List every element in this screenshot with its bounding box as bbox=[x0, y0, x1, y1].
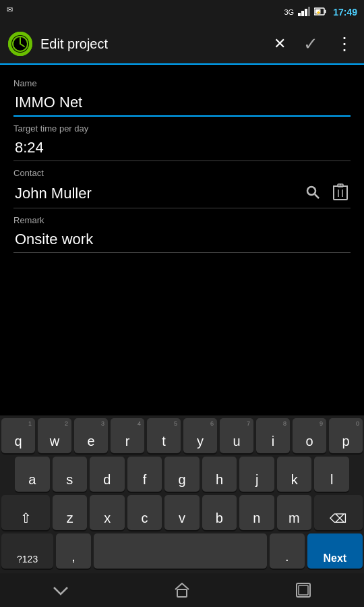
svg-line-14 bbox=[315, 194, 319, 198]
key-c[interactable]: c bbox=[127, 495, 162, 530]
key-t[interactable]: 5t bbox=[147, 418, 181, 453]
home-button[interactable] bbox=[155, 573, 209, 607]
target-input[interactable] bbox=[13, 136, 351, 161]
backspace-key[interactable]: ⌫ bbox=[314, 495, 363, 530]
back-button[interactable] bbox=[34, 573, 88, 607]
svg-rect-2 bbox=[305, 9, 307, 16]
signal-label: 3G bbox=[284, 8, 295, 16]
signal-bars bbox=[298, 7, 310, 18]
key-j[interactable]: j bbox=[239, 457, 274, 492]
key-o[interactable]: 9o bbox=[293, 418, 326, 453]
sym-key[interactable]: ?123 bbox=[1, 533, 53, 569]
space-key[interactable] bbox=[94, 533, 267, 569]
svg-rect-0 bbox=[298, 13, 301, 16]
close-button[interactable]: ✕ bbox=[271, 32, 289, 55]
contact-input[interactable] bbox=[13, 182, 302, 206]
key-i[interactable]: 8i bbox=[256, 418, 290, 453]
shift-key[interactable]: ⇧ bbox=[1, 495, 50, 530]
search-contact-button[interactable] bbox=[302, 181, 324, 207]
key-g[interactable]: g bbox=[164, 457, 200, 492]
nav-bar bbox=[0, 573, 364, 607]
svg-rect-3 bbox=[308, 7, 310, 16]
key-k[interactable]: k bbox=[277, 457, 312, 492]
keyboard-row-1: 1q 2w 3e 4r 5t 6y 7u 8i 9o 0p bbox=[1, 418, 363, 453]
key-v[interactable]: v bbox=[164, 495, 199, 530]
svg-rect-21 bbox=[177, 589, 187, 597]
key-b[interactable]: b bbox=[202, 495, 237, 530]
keyboard-row-4: ?123 , . Next bbox=[1, 533, 363, 569]
contact-icons bbox=[302, 181, 351, 208]
svg-text:⚡: ⚡ bbox=[315, 9, 322, 16]
key-n[interactable]: n bbox=[239, 495, 274, 530]
key-d[interactable]: d bbox=[90, 457, 125, 492]
svg-point-13 bbox=[307, 187, 315, 195]
app-logo bbox=[8, 32, 32, 56]
key-e[interactable]: 3e bbox=[74, 418, 108, 453]
keyboard: 1q 2w 3e 4r 5t 6y 7u 8i 9o 0p a s d f g … bbox=[0, 415, 364, 573]
key-r[interactable]: 4r bbox=[111, 418, 144, 453]
next-key[interactable]: Next bbox=[307, 533, 363, 569]
key-p[interactable]: 0p bbox=[329, 418, 363, 453]
svg-rect-23 bbox=[299, 585, 308, 595]
contact-label: Contact bbox=[13, 168, 351, 178]
comma-key[interactable]: , bbox=[56, 533, 90, 569]
remark-label: Remark bbox=[13, 215, 351, 225]
key-y[interactable]: 6y bbox=[183, 418, 217, 453]
key-m[interactable]: m bbox=[277, 495, 311, 530]
svg-rect-15 bbox=[334, 186, 347, 200]
key-w[interactable]: 2w bbox=[38, 418, 71, 453]
keyboard-row-2: a s d f g h j k l bbox=[1, 457, 363, 492]
period-key[interactable]: . bbox=[270, 533, 304, 569]
message-icon: ✉ bbox=[7, 5, 13, 14]
keyboard-row-3: ⇧ z x c v b n m ⌫ bbox=[1, 495, 363, 530]
key-h[interactable]: h bbox=[202, 457, 237, 492]
svg-rect-1 bbox=[301, 11, 304, 16]
svg-point-20 bbox=[340, 184, 341, 185]
name-input[interactable] bbox=[13, 91, 351, 117]
recent-button[interactable] bbox=[276, 573, 330, 607]
key-f[interactable]: f bbox=[127, 457, 162, 492]
key-x[interactable]: x bbox=[90, 495, 124, 530]
form-area: Name Target time per day Contact bbox=[0, 65, 364, 253]
confirm-button[interactable]: ✓ bbox=[301, 31, 321, 57]
name-label: Name bbox=[13, 78, 351, 88]
key-l[interactable]: l bbox=[314, 457, 349, 492]
key-a[interactable]: a bbox=[15, 457, 50, 492]
contact-row bbox=[13, 181, 351, 208]
battery-icon: ⚡ bbox=[314, 7, 326, 17]
status-time: 17:49 bbox=[333, 7, 357, 18]
action-bar: Edit project ✕ ✓ ⋮ bbox=[0, 24, 364, 65]
keyboard-area: 1q 2w 3e 4r 5t 6y 7u 8i 9o 0p a s d f g … bbox=[0, 415, 364, 573]
key-s[interactable]: s bbox=[53, 457, 88, 492]
key-u[interactable]: 7u bbox=[220, 418, 253, 453]
status-bar: ✉ 3G ⚡ 17:49 bbox=[0, 0, 364, 24]
delete-contact-button[interactable] bbox=[330, 181, 351, 208]
remark-input[interactable] bbox=[13, 228, 351, 253]
svg-rect-5 bbox=[325, 10, 326, 13]
menu-button[interactable]: ⋮ bbox=[333, 31, 356, 57]
page-title: Edit project bbox=[40, 36, 259, 52]
key-q[interactable]: 1q bbox=[1, 418, 35, 453]
target-label: Target time per day bbox=[13, 123, 351, 134]
key-z[interactable]: z bbox=[53, 495, 87, 530]
